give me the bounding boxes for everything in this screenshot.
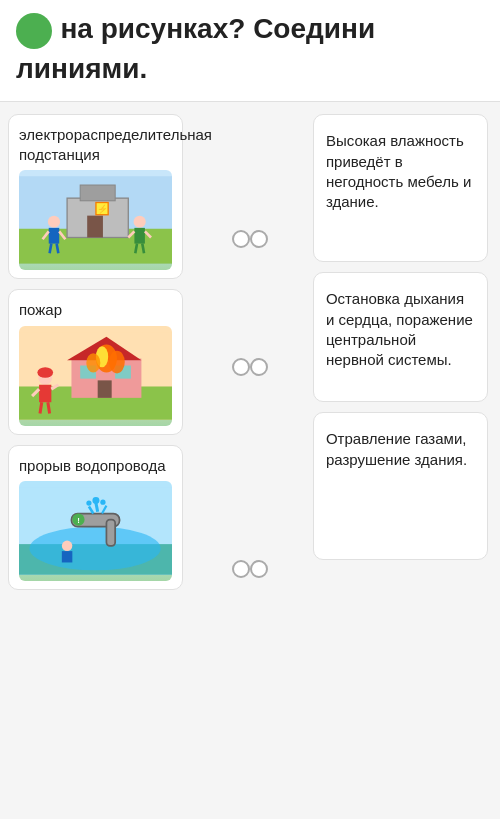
svg-point-28 bbox=[109, 351, 125, 374]
right-column: Высокая влажность приведёт в негодность … bbox=[313, 114, 492, 590]
svg-line-36 bbox=[48, 402, 50, 413]
svg-line-17 bbox=[135, 244, 137, 254]
svg-text:⚡: ⚡ bbox=[97, 203, 108, 215]
right-dot-2[interactable] bbox=[250, 358, 268, 376]
svg-rect-31 bbox=[39, 385, 51, 402]
svg-point-47 bbox=[100, 500, 105, 505]
svg-point-7 bbox=[48, 216, 60, 228]
header: на рисунках? Соедини линиями. bbox=[0, 0, 500, 102]
svg-line-35 bbox=[40, 402, 42, 413]
card-image-fire bbox=[19, 326, 172, 426]
svg-point-39 bbox=[29, 527, 160, 571]
right-card-cardiac: Остановка дыхания и сердца, поражение це… bbox=[313, 272, 488, 402]
match-exercise: электрораспределительная подстанция bbox=[8, 114, 492, 590]
card-text-humidity: Высокая влажность приведёт в негодность … bbox=[324, 127, 477, 216]
svg-text:!: ! bbox=[77, 516, 80, 525]
middle-connectors bbox=[187, 114, 313, 590]
svg-line-12 bbox=[57, 244, 59, 254]
main-content: электрораспределительная подстанция bbox=[0, 102, 500, 602]
svg-rect-25 bbox=[98, 380, 112, 397]
connector-row-1 bbox=[187, 114, 313, 260]
right-card-gas: Отравление газами, разрушение здания. bbox=[313, 412, 488, 560]
svg-line-18 bbox=[142, 244, 144, 254]
svg-rect-8 bbox=[49, 228, 59, 244]
svg-rect-3 bbox=[80, 185, 115, 201]
connector-row-2 bbox=[187, 270, 313, 434]
card-image-pipe: ! bbox=[19, 481, 172, 581]
svg-line-11 bbox=[50, 244, 52, 254]
card-label-fire: пожар bbox=[19, 300, 172, 320]
right-card-humidity: Высокая влажность приведёт в негодность … bbox=[313, 114, 488, 262]
svg-rect-49 bbox=[62, 551, 72, 562]
svg-point-48 bbox=[62, 541, 72, 551]
left-card-substation: электрораспределительная подстанция bbox=[8, 114, 183, 279]
left-card-pipe: прорыв водопровода bbox=[8, 445, 183, 591]
header-title: на рисунках? Соедини линиями. bbox=[16, 13, 375, 84]
connector-row-3 bbox=[187, 444, 313, 590]
left-card-fire: пожар bbox=[8, 289, 183, 435]
left-dot-3[interactable] bbox=[232, 560, 250, 578]
left-dot-1[interactable] bbox=[232, 230, 250, 248]
card-image-substation: ⚡ bbox=[19, 170, 172, 270]
svg-point-45 bbox=[92, 497, 99, 504]
right-dot-3[interactable] bbox=[250, 560, 268, 578]
green-dot bbox=[16, 13, 52, 49]
svg-point-32 bbox=[37, 367, 53, 377]
svg-point-29 bbox=[86, 353, 100, 372]
card-text-gas: Отравление газами, разрушение здания. bbox=[324, 425, 477, 474]
svg-point-46 bbox=[86, 501, 91, 506]
card-text-cardiac: Остановка дыхания и сердца, поражение це… bbox=[324, 285, 477, 374]
right-dot-1[interactable] bbox=[250, 230, 268, 248]
card-label-pipe: прорыв водопровода bbox=[19, 456, 172, 476]
left-dot-2[interactable] bbox=[232, 358, 250, 376]
svg-line-43 bbox=[96, 503, 98, 512]
svg-point-13 bbox=[134, 216, 146, 228]
svg-rect-41 bbox=[106, 520, 115, 546]
svg-rect-4 bbox=[87, 216, 103, 238]
left-column: электрораспределительная подстанция bbox=[8, 114, 187, 590]
card-label-substation: электрораспределительная подстанция bbox=[19, 125, 172, 164]
svg-rect-14 bbox=[134, 228, 144, 244]
